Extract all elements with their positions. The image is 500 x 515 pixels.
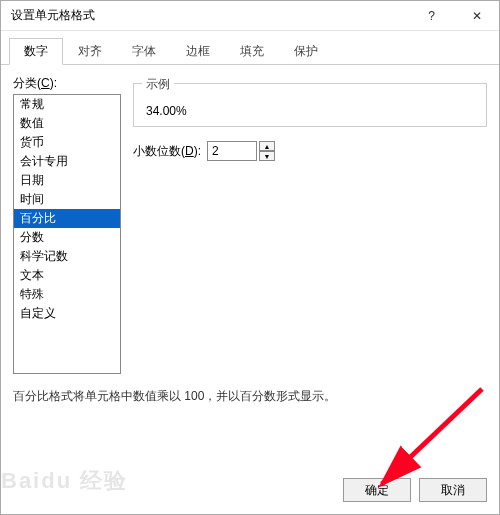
decimal-label: 小数位数(D): [133,143,201,160]
tab-alignment[interactable]: 对齐 [63,38,117,65]
help-button[interactable]: ? [409,1,454,31]
sample-group: 示例 34.00% [133,83,487,127]
decimal-label-prefix: 小数位数( [133,144,185,158]
decimal-label-suffix: ): [194,144,201,158]
category-item-custom[interactable]: 自定义 [14,304,120,323]
button-row: 确定 取消 [1,468,499,514]
main-row: 分类(C): 常规 数值 货币 会计专用 日期 时间 百分比 分数 科学记数 文… [13,75,487,374]
dialog-title: 设置单元格格式 [11,7,409,24]
right-column: 示例 34.00% 小数位数(D): ▲ ▼ [121,75,487,374]
spinner-buttons: ▲ ▼ [259,141,275,161]
category-label-suffix: ): [50,76,57,90]
decimal-increase-button[interactable]: ▲ [259,141,275,151]
category-item-general[interactable]: 常规 [14,95,120,114]
category-item-percentage[interactable]: 百分比 [14,209,120,228]
category-item-text[interactable]: 文本 [14,266,120,285]
category-label-prefix: 分类( [13,76,41,90]
sample-value: 34.00% [144,104,476,118]
category-item-time[interactable]: 时间 [14,190,120,209]
decimal-input[interactable] [207,141,257,161]
category-label-hotkey: C [41,76,50,90]
format-cells-dialog: 设置单元格格式 ? ✕ 数字 对齐 字体 边框 填充 保护 分类(C): 常规 … [0,0,500,515]
category-column: 分类(C): 常规 数值 货币 会计专用 日期 时间 百分比 分数 科学记数 文… [13,75,121,374]
decimal-decrease-button[interactable]: ▼ [259,151,275,161]
titlebar: 设置单元格格式 ? ✕ [1,1,499,31]
category-list[interactable]: 常规 数值 货币 会计专用 日期 时间 百分比 分数 科学记数 文本 特殊 自定… [13,94,121,374]
sample-legend: 示例 [142,76,174,93]
decimal-spinner: ▲ ▼ [207,141,275,161]
format-description: 百分比格式将单元格中数值乘以 100，并以百分数形式显示。 [13,388,487,405]
category-item-special[interactable]: 特殊 [14,285,120,304]
close-button[interactable]: ✕ [454,1,499,31]
category-item-number[interactable]: 数值 [14,114,120,133]
tab-bar: 数字 对齐 字体 边框 填充 保护 [1,31,499,65]
tab-fill[interactable]: 填充 [225,38,279,65]
tab-number[interactable]: 数字 [9,38,63,65]
category-item-fraction[interactable]: 分数 [14,228,120,247]
category-item-date[interactable]: 日期 [14,171,120,190]
category-label: 分类(C): [13,75,121,92]
ok-button[interactable]: 确定 [343,478,411,502]
decimal-row: 小数位数(D): ▲ ▼ [133,141,487,161]
content-area: 分类(C): 常规 数值 货币 会计专用 日期 时间 百分比 分数 科学记数 文… [1,65,499,468]
decimal-label-hotkey: D [185,144,194,158]
category-item-currency[interactable]: 货币 [14,133,120,152]
tab-font[interactable]: 字体 [117,38,171,65]
tab-border[interactable]: 边框 [171,38,225,65]
tab-protection[interactable]: 保护 [279,38,333,65]
cancel-button[interactable]: 取消 [419,478,487,502]
category-item-scientific[interactable]: 科学记数 [14,247,120,266]
category-item-accounting[interactable]: 会计专用 [14,152,120,171]
